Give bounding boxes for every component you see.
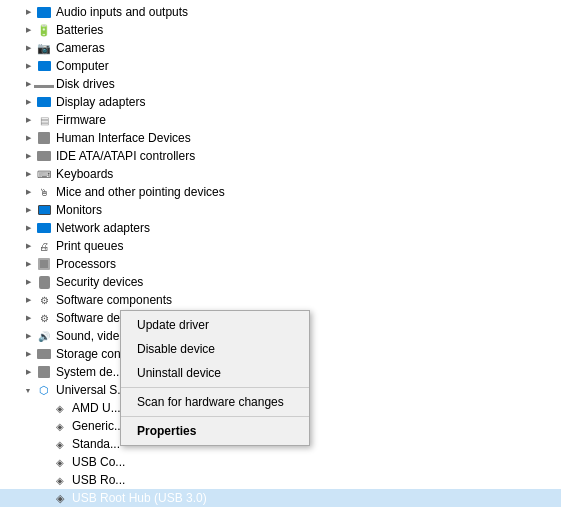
hid-icon	[36, 130, 52, 146]
item-label-system-de: System de...	[56, 365, 123, 379]
item-label-usb-ro: USB Ro...	[72, 473, 125, 487]
context-menu-divider-2	[121, 416, 309, 417]
expand-arrow-universal-s[interactable]	[20, 382, 36, 398]
tree-item-cameras[interactable]: 📷Cameras	[0, 39, 561, 57]
tree-item-monitors[interactable]: Monitors	[0, 201, 561, 219]
context-menu-properties[interactable]: Properties	[121, 419, 309, 443]
firmware-icon: ▤	[36, 112, 52, 128]
item-label-standa: Standa...	[72, 437, 120, 451]
processor-icon	[36, 256, 52, 272]
item-label-print: Print queues	[56, 239, 123, 253]
expand-arrow-sw-devices[interactable]	[20, 310, 36, 326]
tree-item-usb-ro[interactable]: ◈USB Ro...	[0, 471, 561, 489]
expand-arrow-security[interactable]	[20, 274, 36, 290]
expand-arrow-display[interactable]	[20, 94, 36, 110]
expand-arrow-mice[interactable]	[20, 184, 36, 200]
expand-arrow-keyboards[interactable]	[20, 166, 36, 182]
expand-arrow-generic[interactable]	[36, 418, 52, 434]
keyboard-icon: ⌨	[36, 166, 52, 182]
camera-icon: 📷	[36, 40, 52, 56]
security-icon	[36, 274, 52, 290]
item-label-hid: Human Interface Devices	[56, 131, 191, 145]
tree-item-hid[interactable]: Human Interface Devices	[0, 129, 561, 147]
expand-arrow-ide[interactable]	[20, 148, 36, 164]
storage-icon	[36, 346, 52, 362]
expand-arrow-hid[interactable]	[20, 130, 36, 146]
expand-arrow-print[interactable]	[20, 238, 36, 254]
item-label-monitors: Monitors	[56, 203, 102, 217]
system-icon	[36, 364, 52, 380]
item-label-cameras: Cameras	[56, 41, 105, 55]
usb-device-icon: ◈	[52, 454, 68, 470]
item-label-computer: Computer	[56, 59, 109, 73]
item-label-sw-components: Software components	[56, 293, 172, 307]
usb-device-icon: ◈	[52, 418, 68, 434]
usb-hub-icon: ◈	[52, 490, 68, 506]
disk-icon: ▬▬	[36, 76, 52, 92]
context-menu-uninstall-device[interactable]: Uninstall device	[121, 361, 309, 385]
computer-icon	[36, 58, 52, 74]
expand-arrow-processors[interactable]	[20, 256, 36, 272]
usb-device-icon: ◈	[52, 472, 68, 488]
expand-arrow-cameras[interactable]	[20, 40, 36, 56]
item-label-display: Display adapters	[56, 95, 145, 109]
tree-item-batteries[interactable]: 🔋Batteries	[0, 21, 561, 39]
tree-item-usb-cc[interactable]: ◈USB Co...	[0, 453, 561, 471]
tree-item-sw-components[interactable]: ⚙Software components	[0, 291, 561, 309]
expand-arrow-network[interactable]	[20, 220, 36, 236]
expand-arrow-sw-components[interactable]	[20, 292, 36, 308]
expand-arrow-audio[interactable]	[20, 4, 36, 20]
context-menu-scan-hardware[interactable]: Scan for hardware changes	[121, 390, 309, 414]
sw-icon: ⚙	[36, 310, 52, 326]
tree-item-keyboards[interactable]: ⌨Keyboards	[0, 165, 561, 183]
item-label-network: Network adapters	[56, 221, 150, 235]
tree-item-security[interactable]: Security devices	[0, 273, 561, 291]
item-label-usb-cc: USB Co...	[72, 455, 125, 469]
tree-item-disk[interactable]: ▬▬Disk drives	[0, 75, 561, 93]
expand-arrow-usb-cc[interactable]	[36, 454, 52, 470]
tree-item-processors[interactable]: Processors	[0, 255, 561, 273]
print-icon: 🖨	[36, 238, 52, 254]
expand-arrow-computer[interactable]	[20, 58, 36, 74]
expand-arrow-usb-ro[interactable]	[36, 472, 52, 488]
expand-arrow-firmware[interactable]	[20, 112, 36, 128]
item-label-processors: Processors	[56, 257, 116, 271]
mouse-icon: 🖱	[36, 184, 52, 200]
tree-item-mice[interactable]: 🖱Mice and other pointing devices	[0, 183, 561, 201]
item-label-disk: Disk drives	[56, 77, 115, 91]
usb-device-icon: ◈	[52, 400, 68, 416]
folder-blue-icon	[36, 4, 52, 20]
usb-device-icon: ◈	[52, 436, 68, 452]
expand-arrow-amd-u[interactable]	[36, 400, 52, 416]
tree-item-print[interactable]: 🖨Print queues	[0, 237, 561, 255]
item-label-ide: IDE ATA/ATAPI controllers	[56, 149, 195, 163]
item-label-audio: Audio inputs and outputs	[56, 5, 188, 19]
tree-item-firmware[interactable]: ▤Firmware	[0, 111, 561, 129]
tree-item-ide[interactable]: IDE ATA/ATAPI controllers	[0, 147, 561, 165]
item-label-keyboards: Keyboards	[56, 167, 113, 181]
tree-item-usb-root-hub[interactable]: ◈USB Root Hub (USB 3.0)	[0, 489, 561, 507]
network-icon	[36, 220, 52, 236]
context-menu-disable-device[interactable]: Disable device	[121, 337, 309, 361]
tree-item-display[interactable]: Display adapters	[0, 93, 561, 111]
expand-arrow-system-de[interactable]	[20, 364, 36, 380]
expand-arrow-sound[interactable]	[20, 328, 36, 344]
tree-item-audio[interactable]: Audio inputs and outputs	[0, 3, 561, 21]
monitor-icon	[36, 202, 52, 218]
expand-arrow-usb-root-hub[interactable]	[36, 490, 52, 506]
item-label-usb-root-hub: USB Root Hub (USB 3.0)	[72, 491, 207, 505]
tree-item-computer[interactable]: Computer	[0, 57, 561, 75]
context-menu-update-driver[interactable]: Update driver	[121, 313, 309, 337]
expand-arrow-standa[interactable]	[36, 436, 52, 452]
expand-arrow-monitors[interactable]	[20, 202, 36, 218]
expand-arrow-storage[interactable]	[20, 346, 36, 362]
display-icon	[36, 94, 52, 110]
sound-icon: 🔊	[36, 328, 52, 344]
tree-item-network[interactable]: Network adapters	[0, 219, 561, 237]
item-label-mice: Mice and other pointing devices	[56, 185, 225, 199]
expand-arrow-batteries[interactable]	[20, 22, 36, 38]
usb-icon: ⬡	[36, 382, 52, 398]
sw-icon: ⚙	[36, 292, 52, 308]
battery-icon: 🔋	[36, 22, 52, 38]
item-label-batteries: Batteries	[56, 23, 103, 37]
